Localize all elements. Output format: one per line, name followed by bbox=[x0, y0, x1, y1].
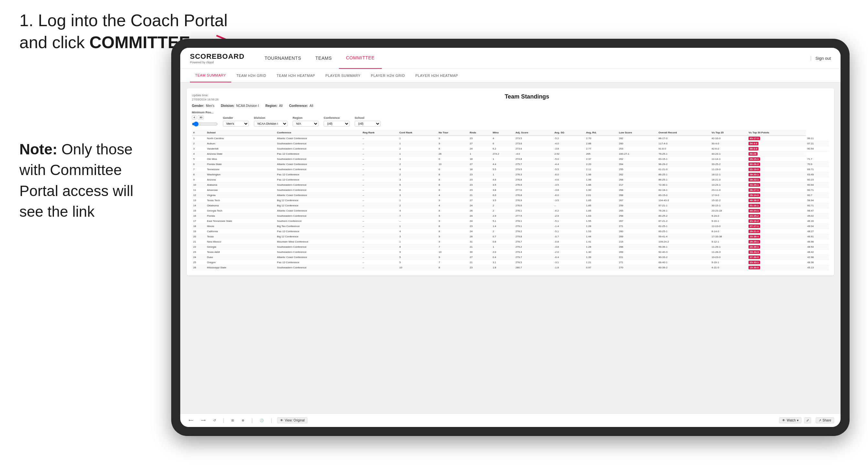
note-area: Note: Only those with Committee Portal a… bbox=[20, 139, 139, 222]
toolbar-btn-5[interactable]: ⊕ bbox=[240, 417, 246, 423]
toolbar-icon-btn[interactable]: ⤢ bbox=[804, 417, 811, 424]
table-cell: New Mexico bbox=[206, 239, 276, 245]
table-cell: 6.2 bbox=[491, 146, 514, 152]
region-select[interactable]: N/A East West bbox=[293, 121, 318, 127]
table-cell: – bbox=[362, 234, 398, 239]
table-cell: 9 bbox=[437, 219, 468, 224]
min-rounds-min[interactable]: 4 bbox=[192, 115, 196, 120]
toolbar-btn-2[interactable]: ⟶ bbox=[199, 417, 207, 423]
table-cell: 37-30-0 bbox=[747, 255, 806, 260]
toolbar-btn-3[interactable]: ↺ bbox=[211, 417, 218, 423]
table-cell: Pac-12 Conference bbox=[276, 172, 362, 177]
table-cell: 48.38 bbox=[806, 260, 829, 265]
table-row: 20TexasBig 12 Conference–39280.7279.8-0.… bbox=[192, 234, 829, 239]
share-button[interactable]: ↗ Share bbox=[816, 417, 834, 424]
sub-nav-player-h2h-heatmap[interactable]: PLAYER H2H HEATMAP bbox=[410, 69, 463, 82]
table-cell: 60-39-2 bbox=[657, 265, 710, 270]
sub-nav-player-summary[interactable]: PLAYER SUMMARY bbox=[320, 69, 366, 82]
table-cell: 4.4 bbox=[491, 162, 514, 167]
table-row: 24DukeAtlantic Coast Conference–59270.42… bbox=[192, 255, 829, 260]
sub-nav: TEAM SUMMARY TEAM H2H GRID TEAM H2H HEAT… bbox=[180, 69, 841, 82]
table-cell: 10-23-0 bbox=[710, 255, 747, 260]
table-cell: Atlantic Coast Conference bbox=[276, 136, 362, 141]
table-cell: 44-24-1 bbox=[747, 208, 806, 214]
nav-teams[interactable]: TEAMS bbox=[308, 48, 339, 69]
table-cell: Tennessee bbox=[206, 167, 276, 172]
min-rounds-max[interactable]: 30 bbox=[198, 115, 204, 120]
table-cell: Big 12 Conference bbox=[276, 203, 362, 208]
table-cell: -3.1 bbox=[553, 260, 585, 265]
table-cell: 260 bbox=[618, 229, 657, 234]
nav-committee[interactable]: COMMITTEE bbox=[339, 48, 382, 69]
table-cell: – bbox=[362, 152, 398, 157]
table-cell: -6.0 bbox=[553, 172, 585, 177]
table-cell: 4 bbox=[437, 193, 468, 198]
table-row: 25OregonPac-12 Conference–57213.1278.5-3… bbox=[192, 260, 829, 265]
table-cell: 30-4-0 bbox=[710, 141, 747, 146]
table-row: 22GeorgiaSoutheastern Conference–8721127… bbox=[192, 245, 829, 250]
table-cell: 45.13 bbox=[806, 265, 829, 270]
table-cell: Pac-12 Conference bbox=[276, 229, 362, 234]
view-original-button[interactable]: 👁 View: Original bbox=[277, 417, 308, 424]
table-cell: – bbox=[362, 208, 398, 214]
toolbar-btn-4[interactable]: ⊞ bbox=[229, 417, 236, 423]
min-rounds-slider[interactable] bbox=[192, 121, 218, 127]
sign-out-link[interactable]: Sign out bbox=[815, 56, 831, 61]
table-cell: 35-14-0 bbox=[747, 193, 806, 198]
nav-tournaments[interactable]: TOURNAMENTS bbox=[257, 48, 308, 69]
table-cell: 76-26-1 bbox=[657, 208, 710, 214]
min-rounds-control: Minimum Rou... 4 30 bbox=[192, 111, 218, 127]
table-cell: 1.21 bbox=[585, 260, 618, 265]
table-header-row: # School Conference Reg Rank Conf Rank N… bbox=[192, 130, 829, 136]
filter-row: Gender: Men's Division: NCAA Division I … bbox=[192, 104, 829, 107]
table-cell: 282 bbox=[618, 136, 657, 141]
sub-nav-team-summary[interactable]: TEAM SUMMARY bbox=[190, 69, 231, 82]
table-cell: 277.0 bbox=[514, 188, 553, 193]
table-cell: 2 bbox=[398, 172, 437, 177]
table-container: Update time: 27/03/2024 16:56:26 Team St… bbox=[187, 88, 834, 276]
standings-table: # School Conference Reg Rank Conf Rank N… bbox=[192, 130, 829, 270]
table-cell: 5 bbox=[398, 183, 437, 188]
table-cell: 274.8 bbox=[514, 157, 553, 162]
table-row: 10AlabamaSoutheastern Conference–58233.5… bbox=[192, 183, 829, 188]
filter-division: Division: NCAA Division I bbox=[221, 104, 259, 107]
nav-bar: SCOREBOARD Powered by clippd TOURNAMENTS… bbox=[180, 48, 841, 69]
table-cell: 58.94 bbox=[806, 198, 829, 203]
table-cell: 217 bbox=[618, 183, 657, 188]
table-cell: 9 bbox=[437, 234, 468, 239]
table-cell: 273.6 bbox=[514, 146, 553, 152]
sub-nav-player-h2h-grid[interactable]: PLAYER H2H GRID bbox=[366, 69, 410, 82]
table-cell: 269 bbox=[618, 250, 657, 255]
school-select[interactable]: (All) bbox=[355, 121, 380, 127]
view-original-label: View: Original bbox=[285, 418, 305, 422]
region-control: Region N/A East West bbox=[293, 116, 318, 127]
sub-nav-team-h2h-grid[interactable]: TEAM H2H GRID bbox=[231, 69, 272, 82]
table-cell: 9-19-1 bbox=[710, 260, 747, 265]
conference-select[interactable]: (All) bbox=[324, 121, 349, 127]
table-cell: 15 bbox=[192, 208, 206, 214]
table-cell: Southern Conference bbox=[276, 219, 362, 224]
table-cell: 2.88 bbox=[585, 141, 618, 146]
table-cell: 4 bbox=[491, 136, 514, 141]
table-cell: – bbox=[362, 229, 398, 234]
table-cell: 9 bbox=[437, 198, 468, 203]
table-row: 1North CarolinaAtlantic Coast Conference… bbox=[192, 136, 829, 141]
table-cell: 274.2 bbox=[491, 152, 514, 157]
table-cell: 8 bbox=[437, 183, 468, 188]
table-cell: – bbox=[362, 214, 398, 219]
table-cell: – bbox=[362, 265, 398, 270]
table-cell: 33-44-3 bbox=[747, 250, 806, 255]
table-cell: 215 bbox=[618, 239, 657, 245]
division-select[interactable]: NCAA Division I NCAA Division II NCAA Di… bbox=[254, 121, 287, 127]
table-cell: 8 bbox=[437, 224, 468, 229]
toolbar-btn-clock[interactable]: 🕐 bbox=[258, 417, 266, 423]
gender-select[interactable]: Men's Women's bbox=[223, 121, 249, 127]
table-cell: 11-19-0 bbox=[710, 167, 747, 172]
watch-button[interactable]: 👁 Watch ▾ bbox=[779, 417, 802, 424]
sub-nav-team-h2h-heatmap[interactable]: TEAM H2H HEATMAP bbox=[271, 69, 320, 82]
table-cell: 36-17-1 bbox=[747, 188, 806, 193]
toolbar-btn-1[interactable]: ⟵ bbox=[187, 417, 195, 423]
table-cell: – bbox=[362, 141, 398, 146]
table-cell: 46.16 bbox=[806, 219, 829, 224]
tablet-frame: SCOREBOARD Powered by clippd TOURNAMENTS… bbox=[171, 39, 849, 436]
